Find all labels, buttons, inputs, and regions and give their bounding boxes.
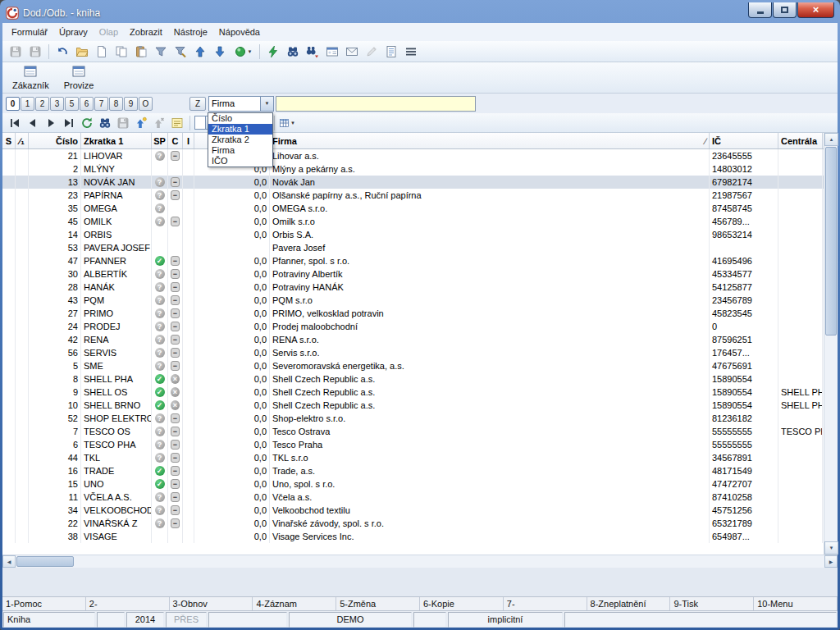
dropdown-option-zkratka-2[interactable]: Zkratka 2 (208, 135, 272, 145)
table-row[interactable]: 24PRODEJ?−0,0Prodej maloobchodní0 (2, 320, 824, 333)
tab-z-button[interactable]: Z (189, 97, 206, 111)
refresh-icon[interactable] (79, 115, 95, 131)
maximize-button[interactable] (773, 2, 797, 18)
tab-0[interactable]: 0 (6, 97, 20, 111)
dropdown-option-firma[interactable]: Firma (208, 145, 272, 156)
column-header-sort[interactable]: ∕₁ (16, 133, 29, 148)
move-up-icon[interactable] (191, 43, 209, 61)
tab-8[interactable]: 8 (109, 97, 123, 111)
table-row[interactable]: 21LIHOVAR?−0,0Lihovar a.s.23645555 (2, 149, 824, 162)
table-row[interactable]: 23PAPÍRNA?−0,0Olšanské papírny a.s., Ruč… (2, 189, 824, 202)
contacts-card-icon[interactable] (323, 43, 341, 61)
tab-6[interactable]: 6 (80, 97, 94, 111)
scroll-right-arrow-icon[interactable]: ▶ (824, 555, 838, 568)
fkey-2[interactable]: 2- (86, 597, 170, 610)
table-row[interactable]: 11VČELA A.S.?−0,0Včela a.s.87410258 (2, 491, 824, 504)
filter-edit-icon[interactable] (171, 43, 189, 61)
notes-icon[interactable] (169, 115, 185, 131)
fkey-6[interactable]: 6-Kopie (420, 597, 504, 610)
table-row[interactable]: 13NOVÁK JAN?−0,0Novák Jan67982174 (2, 176, 824, 189)
menu-zobrazit[interactable]: Zobrazit (124, 25, 168, 39)
tab-7[interactable]: 7 (94, 97, 108, 111)
copy-icon[interactable] (112, 43, 130, 61)
table-row[interactable]: 5SME?−0,0Severomoravská energetika, a.s.… (2, 359, 824, 372)
table-row[interactable]: 22VINAŘSKÁ Z?−0,0Vinařské závody, spol. … (2, 517, 824, 530)
column-header-c[interactable]: C (168, 133, 183, 148)
fkey-7[interactable]: 7- (504, 597, 587, 610)
table-row[interactable]: 35OMEGA?0,0OMEGA s.r.o.87458745 (2, 202, 824, 215)
tab-o[interactable]: O (139, 97, 153, 111)
column-header-sp[interactable]: SP (152, 133, 168, 148)
last-record-icon[interactable] (61, 115, 77, 131)
dropdown-option-cislo[interactable]: Číslo (208, 113, 272, 124)
table-row[interactable]: 28HANÁK?−0,0Potraviny HANÁK54125877 (2, 281, 824, 294)
minimize-button[interactable] (748, 2, 772, 18)
table-row[interactable]: 38VISAGE0,0Visage Services Inc.654987... (2, 530, 824, 543)
tab-3[interactable]: 3 (50, 97, 64, 111)
provize-button[interactable]: Provize (61, 64, 98, 91)
scroll-down-arrow-icon[interactable]: ▼ (824, 541, 838, 555)
view-options-icon[interactable]: ▼ (231, 43, 255, 61)
first-record-icon[interactable] (7, 115, 23, 131)
grid-settings-icon[interactable]: ▼ (279, 115, 295, 131)
fkey-8[interactable]: 8-Zneplatnění (587, 597, 671, 610)
filter-column-combo[interactable]: Firma ▼ (208, 96, 274, 112)
menu-list-icon[interactable] (402, 43, 420, 61)
table-row[interactable]: 47PFANNER✓−0,0Pfanner, spol. s r.o.41695… (2, 254, 824, 267)
vertical-scrollbar[interactable]: ▲ ▼ (824, 133, 838, 555)
bookmark-add-icon[interactable] (133, 115, 149, 131)
fkey-1[interactable]: 1-Pomoc (2, 597, 86, 610)
table-row[interactable]: 34VELKOOBCHOD?−0,0Velkoobchod textilu457… (2, 504, 824, 517)
vertical-scroll-thumb[interactable] (825, 147, 837, 336)
table-row[interactable]: 42RENA?−0,0RENA s.r.o.87596251 (2, 333, 824, 346)
dropdown-option-zkratka-1[interactable]: Zkratka 1 (208, 124, 272, 135)
table-row[interactable]: 45OMILK?−0,0Omilk s.r.o456789... (2, 215, 824, 228)
table-row[interactable]: 7TESCO OS?−0,0Tesco Ostrava55555555TESCO… (2, 425, 824, 438)
tab-5[interactable]: 5 (65, 97, 79, 111)
new-document-icon[interactable] (93, 43, 111, 61)
journal-icon[interactable] (382, 43, 400, 61)
undo-icon[interactable] (53, 43, 71, 61)
find-next-icon[interactable] (304, 43, 322, 61)
process-icon[interactable] (264, 43, 282, 61)
zakaznik-button[interactable]: Zákazník (9, 64, 52, 91)
column-header-centrala[interactable]: Centrála (778, 133, 823, 148)
column-header-ic[interactable]: IČ (710, 133, 778, 148)
table-row[interactable]: 43PQM?−0,0PQM s.r.o23456789 (2, 294, 824, 307)
table-row[interactable]: 56SERVIS?−0,0Servis s.r.o.176457... (2, 346, 824, 359)
paste-icon[interactable] (132, 43, 150, 61)
scroll-up-arrow-icon[interactable]: ▲ (824, 133, 838, 146)
table-row[interactable]: 44TKL?−0,0TKL s.r.o34567891 (2, 451, 824, 464)
quick-search-input[interactable] (276, 96, 476, 112)
table-row[interactable]: 14ORBIS0,0Orbis S.A.98653214 (2, 228, 824, 241)
tab-1[interactable]: 1 (21, 97, 34, 111)
menu-nastroje[interactable]: Nástroje (168, 25, 213, 39)
table-row[interactable]: 10SHELL BRNO✓×0,0Shell Czech Republic a.… (2, 399, 824, 412)
table-row[interactable]: 8SHELL PHA✓×0,0Shell Czech Republic a.s.… (2, 372, 824, 386)
open-folder-icon[interactable] (73, 43, 91, 61)
column-header-cislo[interactable]: Číslo (29, 133, 81, 148)
next-record-icon[interactable] (43, 115, 59, 131)
fkey-5[interactable]: 5-Změna (336, 597, 420, 610)
fkey-9[interactable]: 9-Tisk (670, 597, 754, 610)
close-button[interactable]: × (797, 2, 834, 18)
menu-upravy[interactable]: Úpravy (53, 25, 94, 39)
filter-icon[interactable] (152, 43, 170, 61)
tab-2[interactable]: 2 (35, 97, 49, 111)
table-row[interactable]: 16TRADE✓−0,0Trade, a.s.48171549 (2, 464, 824, 477)
horizontal-scroll-thumb[interactable] (16, 556, 74, 567)
dropdown-option-ico[interactable]: IČO (208, 156, 272, 167)
fkey-10[interactable]: 10-Menu (754, 597, 838, 610)
column-header-zkratka1[interactable]: Zkratka 1 (81, 133, 152, 148)
scroll-left-arrow-icon[interactable]: ◀ (2, 555, 16, 568)
tab-9[interactable]: 9 (124, 97, 138, 111)
table-row[interactable]: 2MLÝNY0,0Mlýny a pekárny a.s.14803012 (2, 162, 824, 176)
prev-record-icon[interactable] (25, 115, 41, 131)
find-icon[interactable] (284, 43, 302, 61)
menu-napoveda[interactable]: Nápověda (213, 25, 266, 39)
menu-formular[interactable]: Formulář (6, 25, 53, 39)
table-row[interactable]: 6TESCO PHA?−0,0Tesco Praha55555555 (2, 438, 824, 451)
table-row[interactable]: 30ALBERTÍK?−0,0Potraviny Albertík4533457… (2, 267, 824, 281)
mail-icon[interactable] (343, 43, 361, 61)
column-header-s[interactable]: S (2, 133, 16, 148)
